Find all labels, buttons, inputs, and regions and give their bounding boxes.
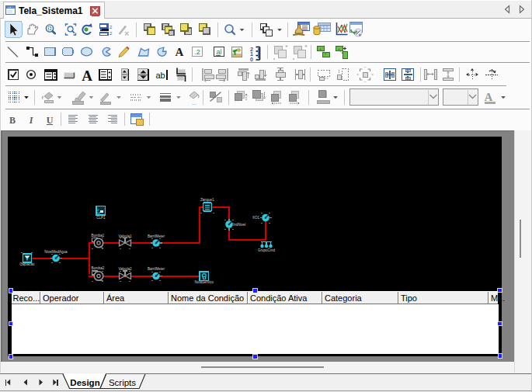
svg-text:M...: M... bbox=[491, 293, 505, 303]
svg-text:0: 0 bbox=[250, 57, 253, 62]
svg-text:B: B bbox=[9, 115, 16, 126]
svg-text:Tipo: Tipo bbox=[401, 293, 417, 303]
svg-text:.2: .2 bbox=[194, 48, 200, 56]
svg-text:IndNivel: IndNivel bbox=[233, 223, 245, 227]
svg-text:Tela_Sistema1: Tela_Sistema1 bbox=[19, 5, 83, 16]
svg-text:Valvula2: Valvula2 bbox=[119, 267, 132, 271]
svg-text:GrupoCmd: GrupoCmd bbox=[258, 248, 276, 252]
svg-text:Design: Design bbox=[70, 378, 99, 387]
svg-text:NivelMedAgua: NivelMedAgua bbox=[44, 250, 68, 254]
svg-text:Nome da Condição: Nome da Condição bbox=[171, 293, 244, 303]
svg-text:BarrilMeter: BarrilMeter bbox=[148, 234, 165, 238]
svg-text:U: U bbox=[47, 115, 54, 126]
svg-text:A: A bbox=[485, 91, 493, 103]
svg-text:al: al bbox=[216, 48, 221, 56]
svg-text:XO1: XO1 bbox=[252, 216, 260, 220]
svg-text:Operador: Operador bbox=[43, 293, 79, 303]
svg-text:Bomba1: Bomba1 bbox=[92, 234, 105, 238]
svg-text:Categoria: Categoria bbox=[325, 293, 363, 303]
svg-text:Captacao: Captacao bbox=[19, 262, 35, 266]
svg-text:...: ... bbox=[192, 100, 196, 106]
svg-text:CLP1: CLP1 bbox=[96, 216, 106, 220]
svg-text:NotaServico: NotaServico bbox=[195, 280, 214, 284]
svg-text:A: A bbox=[176, 46, 184, 58]
svg-text:Área: Área bbox=[106, 293, 125, 303]
svg-text:BarrilMeter: BarrilMeter bbox=[148, 267, 165, 271]
svg-text:Scripts: Scripts bbox=[109, 378, 136, 387]
svg-text:ab: ab bbox=[155, 71, 165, 80]
svg-text:A: A bbox=[82, 68, 92, 84]
svg-text:Tanque1: Tanque1 bbox=[200, 198, 214, 202]
svg-text:Bomba2: Bomba2 bbox=[92, 266, 105, 270]
svg-text:Reco...: Reco... bbox=[13, 293, 40, 303]
svg-text:Condição Ativa: Condição Ativa bbox=[250, 293, 308, 303]
